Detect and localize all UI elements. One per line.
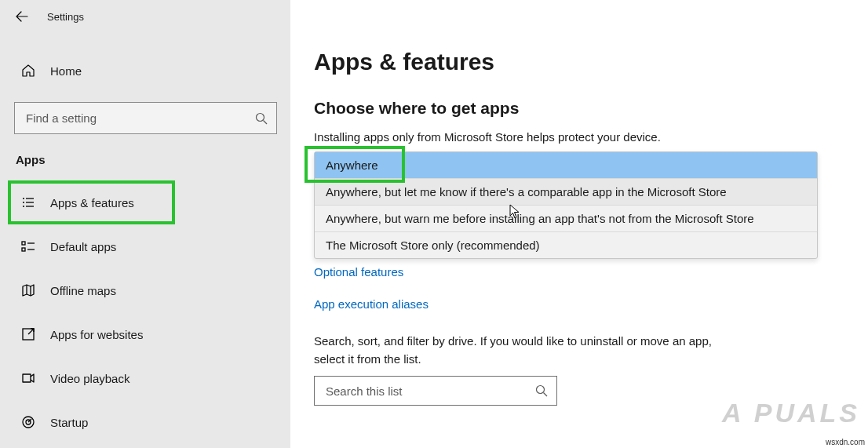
app-source-dropdown-list[interactable]: Anywhere Anywhere, but let me know if th… bbox=[314, 151, 818, 259]
dropdown-option-comparable[interactable]: Anywhere, but let me know if there's a c… bbox=[315, 179, 817, 205]
nav-list: Apps & features Default apps Offline map… bbox=[0, 180, 290, 444]
page-title: Apps & features bbox=[314, 49, 868, 75]
svg-line-15 bbox=[28, 329, 34, 334]
find-a-setting-search[interactable] bbox=[14, 102, 277, 134]
home-icon bbox=[20, 63, 36, 78]
nav-item-label: Video playback bbox=[50, 372, 129, 385]
nav-default-apps[interactable]: Default apps bbox=[0, 224, 290, 268]
find-a-setting-input[interactable] bbox=[24, 111, 254, 126]
nav-apps-for-websites[interactable]: Apps for websites bbox=[0, 312, 290, 356]
apps-and-features-icon bbox=[20, 195, 36, 210]
app-list-search[interactable] bbox=[314, 376, 557, 406]
section-description: Installing apps only from Microsoft Stor… bbox=[314, 130, 868, 144]
svg-line-20 bbox=[544, 393, 548, 397]
app-title: Settings bbox=[47, 11, 84, 23]
app-list-search-input[interactable] bbox=[324, 384, 534, 399]
default-apps-icon bbox=[20, 239, 36, 254]
filter-description: Search, sort, and filter by drive. If yo… bbox=[314, 333, 722, 368]
nav-offline-maps[interactable]: Offline maps bbox=[0, 268, 290, 312]
nav-home[interactable]: Home bbox=[0, 52, 290, 89]
nav-item-label: Default apps bbox=[50, 240, 116, 253]
video-playback-icon bbox=[20, 370, 36, 386]
search-icon bbox=[534, 384, 549, 398]
svg-rect-16 bbox=[23, 374, 31, 382]
svg-rect-9 bbox=[22, 248, 25, 251]
svg-point-0 bbox=[257, 113, 264, 121]
nav-video-playback[interactable]: Video playback bbox=[0, 356, 290, 400]
link-optional-features[interactable]: Optional features bbox=[314, 265, 403, 279]
nav-item-label: Startup bbox=[50, 416, 88, 429]
nav-category-header: Apps bbox=[16, 153, 290, 166]
dropdown-option-anywhere[interactable]: Anywhere bbox=[315, 152, 817, 178]
settings-content: Apps & features Choose where to get apps… bbox=[290, 0, 868, 448]
nav-startup[interactable]: Startup bbox=[0, 400, 290, 444]
section-title: Choose where to get apps bbox=[314, 99, 868, 118]
dropdown-option-warn[interactable]: Anywhere, but warn me before installing … bbox=[315, 206, 817, 231]
svg-point-19 bbox=[537, 386, 545, 394]
search-icon bbox=[254, 111, 268, 126]
nav-item-label: Apps for websites bbox=[50, 328, 143, 341]
nav-item-label: Offline maps bbox=[50, 284, 116, 297]
nav-home-label: Home bbox=[50, 64, 82, 78]
dropdown-option-store-only[interactable]: The Microsoft Store only (recommended) bbox=[315, 232, 817, 258]
svg-rect-8 bbox=[22, 242, 25, 245]
startup-icon bbox=[20, 414, 36, 430]
svg-line-1 bbox=[264, 120, 268, 124]
nav-item-label: Apps & features bbox=[50, 196, 134, 209]
titlebar: Settings bbox=[0, 0, 290, 30]
offline-maps-icon bbox=[20, 282, 36, 298]
settings-sidebar: Settings Home Apps Apps & features Defau… bbox=[0, 0, 290, 448]
back-icon[interactable] bbox=[16, 10, 28, 23]
link-app-execution-aliases[interactable]: App execution aliases bbox=[314, 297, 429, 311]
apps-for-websites-icon bbox=[20, 326, 36, 342]
nav-apps-and-features[interactable]: Apps & features bbox=[8, 180, 175, 224]
